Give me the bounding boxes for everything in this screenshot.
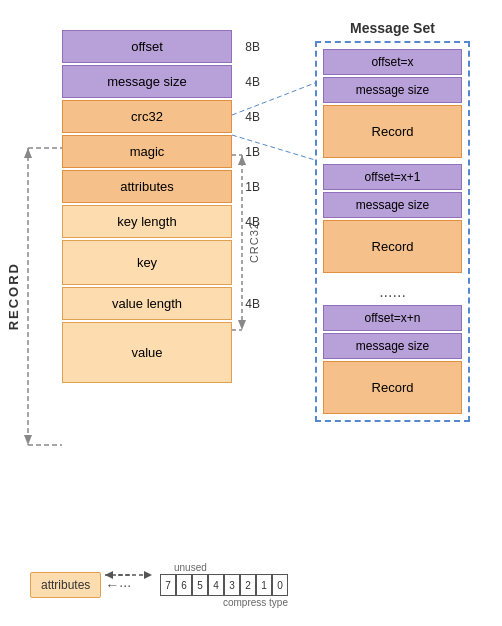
record-label: RECORD (6, 262, 21, 330)
bit-0: 0 (272, 574, 288, 596)
record-label-container: RECORD (6, 148, 21, 445)
svg-marker-9 (238, 320, 246, 330)
crc32-field: crc32 (62, 100, 232, 133)
msg-group-3: offset=x+n message size Record (323, 305, 462, 414)
key-field: key (62, 240, 232, 285)
offset-field: offset (62, 30, 232, 63)
msg2-size: message size (323, 192, 462, 218)
msg-group-2: offset=x+1 message size Record (323, 164, 462, 273)
value-length-row: value length 4B (62, 287, 232, 320)
left-column: offset 8B message size 4B crc32 4B magic… (62, 30, 232, 383)
diagram-container: offset 8B message size 4B crc32 4B magic… (0, 0, 502, 626)
bit-1: 1 (256, 574, 272, 596)
bit-2: 2 (240, 574, 256, 596)
value-length-field: value length (62, 287, 232, 320)
magic-field: magic (62, 135, 232, 168)
bit-3: 3 (224, 574, 240, 596)
crc32-size: 4B (245, 110, 260, 124)
svg-marker-13 (144, 571, 152, 579)
compress-label: compress type (223, 597, 288, 608)
unused-label: unused (174, 562, 207, 573)
offset-row: offset 8B (62, 30, 232, 63)
message-size-field: message size (62, 65, 232, 98)
message-set-title: Message Set (315, 20, 470, 36)
msg2-record: Record (323, 220, 462, 273)
attributes-row: attributes 1B (62, 170, 232, 203)
msg-group-1: offset=x message size Record (323, 49, 462, 158)
crc32-label: CRC32 (248, 222, 260, 263)
bit-boxes: 7 6 5 4 3 2 1 0 (160, 574, 288, 596)
msg1-size: message size (323, 77, 462, 103)
message-size-size: 4B (245, 75, 260, 89)
msg1-record: Record (323, 105, 462, 158)
attributes-field: attributes (62, 170, 232, 203)
magic-row: magic 1B (62, 135, 232, 168)
message-size-row: message size 4B (62, 65, 232, 98)
key-row: key (62, 240, 232, 285)
key-length-field: key length (62, 205, 232, 238)
msg3-size: message size (323, 333, 462, 359)
msg1-offset: offset=x (323, 49, 462, 75)
bit-boxes-container: unused 7 6 5 4 3 2 1 0 compress type (160, 562, 288, 608)
bit-5: 5 (192, 574, 208, 596)
msg2-offset: offset=x+1 (323, 164, 462, 190)
attributes-bottom-label: attributes (30, 572, 101, 598)
value-field: value (62, 322, 232, 383)
arrow-dots: ←··· (105, 577, 131, 593)
crc32-label-container: CRC32 (248, 155, 260, 330)
key-length-row: key length 4B (62, 205, 232, 238)
svg-marker-4 (24, 435, 32, 445)
bit-4: 4 (208, 574, 224, 596)
ellipsis-row: ...... (323, 279, 462, 305)
svg-marker-3 (24, 148, 32, 158)
bit-7: 7 (160, 574, 176, 596)
msg3-offset: offset=x+n (323, 305, 462, 331)
message-set-column: Message Set offset=x message size Record… (315, 20, 470, 422)
value-row: value (62, 322, 232, 383)
offset-size: 8B (245, 40, 260, 54)
crc32-row: crc32 4B (62, 100, 232, 133)
attributes-bottom-row: attributes ←··· (30, 572, 131, 598)
message-set-border: offset=x message size Record offset=x+1 … (315, 41, 470, 422)
bit-6: 6 (176, 574, 192, 596)
msg3-record: Record (323, 361, 462, 414)
